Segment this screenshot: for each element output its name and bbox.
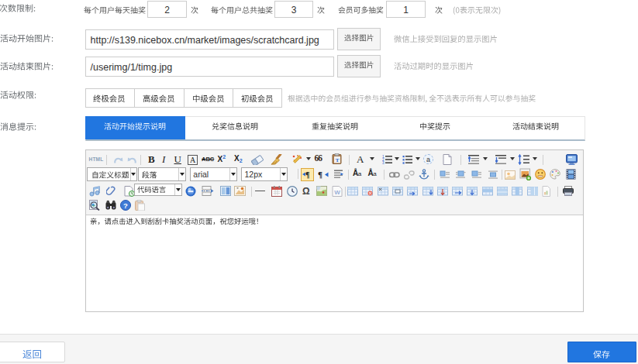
svg-text:¶: ¶ bbox=[318, 170, 322, 179]
svg-text:W: W bbox=[334, 189, 340, 196]
svg-text:T: T bbox=[336, 157, 340, 163]
svg-text:3: 3 bbox=[382, 161, 385, 164]
svg-text:¶: ¶ bbox=[305, 170, 309, 179]
svg-text:?: ? bbox=[123, 201, 128, 209]
